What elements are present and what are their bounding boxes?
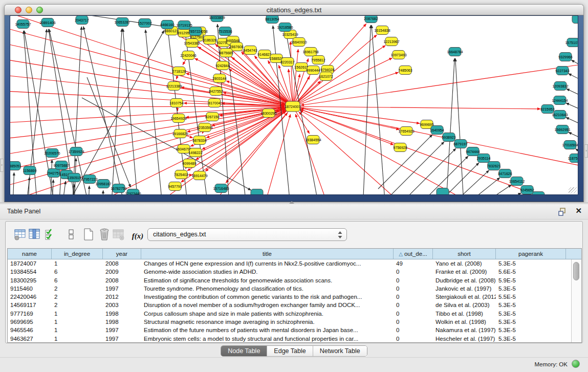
cell-in_degree[interactable]: 1 (52, 310, 103, 318)
graph-edge[interactable] (301, 62, 578, 105)
cell-out_de[interactable]: 0 (394, 335, 433, 343)
table-row[interactable]: 969969511998Structural magnetic resonanc… (8, 318, 581, 326)
graph-edge[interactable] (425, 163, 479, 194)
graph-node[interactable] (251, 189, 263, 195)
cell-year[interactable]: 1998 (103, 310, 141, 318)
graph-edge[interactable] (362, 25, 371, 194)
graph-edge[interactable] (74, 184, 74, 194)
cell-pagerank[interactable]: 5.6E-5 (496, 268, 566, 276)
graph-edge[interactable] (10, 74, 285, 105)
close-window-button[interactable] (15, 7, 21, 13)
cell-pagerank[interactable]: 5.3E-5 (496, 310, 566, 318)
cell-name[interactable]: 9777169 (8, 310, 52, 318)
cell-short[interactable]: Jankovic et al. (1997) (433, 285, 496, 293)
graph-edge[interactable] (455, 58, 465, 194)
cell-short[interactable]: Tibbo et al. (1998) (433, 310, 496, 318)
cell-year[interactable]: 1997 (103, 285, 141, 293)
graph-edge[interactable] (567, 89, 578, 100)
function-builder-button[interactable]: f(x) (131, 229, 144, 243)
cell-title[interactable]: Structural magnetic resonance image aver… (141, 318, 394, 326)
cell-name[interactable]: 18724007 (8, 259, 52, 268)
graph-node[interactable] (572, 16, 578, 24)
cell-pagerank[interactable]: 5.3E-5 (496, 285, 566, 293)
graph-edge[interactable] (300, 109, 578, 194)
column-header-pagerank[interactable]: pagerank (496, 249, 566, 259)
cell-in_degree[interactable]: 1 (52, 326, 103, 334)
cell-year[interactable]: 1998 (103, 318, 141, 326)
graph-edge[interactable] (10, 106, 285, 107)
cell-out_de[interactable]: 0 (394, 285, 433, 293)
cell-year[interactable]: 1997 (103, 335, 141, 343)
cell-out_de[interactable]: 0 (394, 293, 433, 301)
table-row[interactable]: 977716911998Corpus callosum shape and si… (8, 310, 581, 318)
show-columns-button[interactable] (28, 228, 41, 241)
cell-title[interactable]: Corpus callosum shape and size in male p… (141, 310, 394, 318)
cell-short[interactable]: Wolkin et al. (1998) (433, 318, 496, 326)
cell-title[interactable]: Genome-wide association studies in ADHD. (141, 268, 394, 276)
cell-in_degree[interactable]: 1 (52, 259, 103, 268)
cell-out_de[interactable]: 0 (394, 310, 433, 318)
graph-edge[interactable] (59, 30, 164, 194)
cell-short[interactable]: Stergiakouli et al. (2012) (433, 293, 496, 301)
cell-title[interactable]: Tourette syndrome. Phenomenology and cla… (141, 285, 394, 293)
cell-title[interactable]: Disruption of a novel member of a sodium… (141, 301, 394, 309)
graph-edge[interactable] (402, 148, 456, 194)
zoom-window-button[interactable] (36, 7, 43, 13)
graph-edge[interactable] (10, 25, 285, 104)
cell-name[interactable]: 9115460 (8, 285, 52, 293)
tab-network-table[interactable]: Network Table (313, 346, 367, 356)
graph-edge[interactable] (145, 30, 164, 194)
cell-title[interactable]: Changes of HCN gene expression and I(f) … (141, 259, 394, 268)
table-row[interactable]: 1938455462009Genome-wide association stu… (8, 268, 581, 276)
left-panel-gripper[interactable]: ‹ (0, 159, 4, 172)
cell-year[interactable]: 2003 (103, 301, 141, 309)
network-window-titlebar[interactable]: citations_edges.txt (4, 4, 584, 15)
cell-title[interactable]: Embryonic stem cells: a model to study s… (141, 335, 394, 343)
minimize-window-button[interactable] (26, 7, 32, 13)
graph-edge[interactable] (468, 193, 521, 194)
graph-edge[interactable] (569, 74, 578, 85)
cell-pagerank[interactable]: 5.3E-5 (496, 326, 566, 334)
cell-in_degree[interactable]: 2 (52, 285, 103, 293)
graph-node[interactable] (532, 192, 545, 195)
graph-edge[interactable] (72, 27, 81, 194)
delete-column-button[interactable] (98, 228, 111, 241)
table-row[interactable]: 946362711997Embryonic stem cells: a mode… (8, 335, 581, 343)
graph-edge[interactable] (87, 77, 130, 187)
tab-edge-table[interactable]: Edge Table (267, 346, 313, 356)
column-header-short[interactable]: short (433, 249, 496, 259)
cell-title[interactable]: Estimation of the future numbers of pati… (141, 326, 394, 334)
cell-pagerank[interactable]: 5.3E-5 (496, 259, 566, 268)
column-header-year[interactable]: year (103, 249, 141, 259)
graph-edge[interactable] (82, 98, 251, 190)
network-canvas[interactable]: 1872400788601238912954182260589127503105… (10, 16, 578, 194)
table-row[interactable]: 911546021997Tourette syndrome. Phenomeno… (8, 285, 581, 293)
cell-pagerank[interactable]: 5.9E-5 (496, 276, 566, 285)
cell-name[interactable]: 22420046 (8, 293, 52, 301)
column-header-in_degree[interactable]: in_degree (52, 249, 103, 259)
scrollbar-thumb[interactable] (573, 262, 579, 280)
table-row[interactable]: 1456911722003Disruption of a novel membe… (8, 301, 581, 309)
graph-edge[interactable] (299, 112, 440, 194)
cell-short[interactable]: Franke et al. (2009) (433, 268, 496, 276)
graph-node[interactable] (437, 188, 449, 195)
graph-edge[interactable] (446, 178, 500, 194)
graph-edge[interactable] (295, 114, 338, 194)
cell-year[interactable]: 2008 (103, 259, 141, 268)
delete-table-button[interactable] (112, 228, 125, 241)
tab-node-table[interactable]: Node Table (221, 346, 267, 356)
cell-in_degree[interactable]: 1 (52, 335, 103, 343)
create-column-button[interactable] (82, 228, 95, 241)
cell-title[interactable]: Estimation of significance thresholds fo… (141, 276, 394, 285)
table-settings-button[interactable] (13, 228, 27, 241)
cell-year[interactable]: 1997 (103, 326, 141, 334)
column-header-out_de[interactable]: △out_de... (394, 249, 433, 259)
cell-out_de[interactable]: 0 (394, 276, 433, 285)
cell-out_de[interactable]: 0 (394, 301, 433, 309)
cell-short[interactable]: Yano et al. (2008) (433, 259, 496, 268)
cell-in_degree[interactable]: 6 (52, 268, 103, 276)
cell-name[interactable]: 14569117 (8, 301, 52, 309)
cell-short[interactable]: Nakamura et al. (1997) (433, 326, 496, 334)
cell-name[interactable]: 9465546 (8, 326, 52, 334)
cell-name[interactable]: 18300295 (8, 276, 52, 285)
